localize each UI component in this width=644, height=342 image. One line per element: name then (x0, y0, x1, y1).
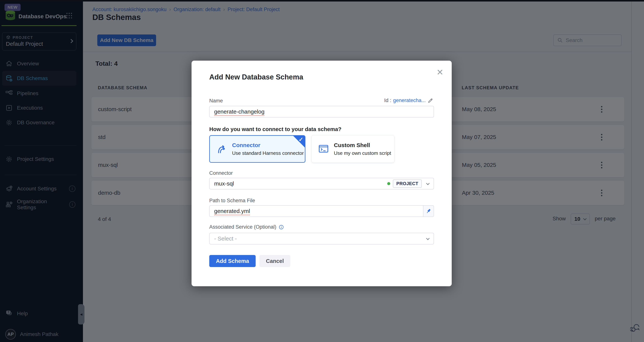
cancel-button[interactable]: Cancel (260, 255, 290, 267)
id-label: Id : (384, 97, 392, 103)
option-subtitle: Use my own custom script (334, 150, 391, 156)
modal-title: Add New Database Schema (209, 73, 303, 81)
modal-actions: Add Schema Cancel (209, 255, 290, 267)
service-label: Associated Service (Optional) (209, 224, 276, 230)
service-select[interactable]: - Select - (209, 233, 434, 245)
info-icon[interactable] (279, 225, 284, 230)
id-value-link[interactable]: generatecha... (393, 97, 426, 103)
check-icon: ✓ (298, 136, 303, 143)
service-placeholder: - Select - (214, 235, 237, 242)
entity-id: Id : generatecha... (384, 97, 433, 103)
support-chat-icon[interactable] (630, 323, 640, 333)
edit-id-icon[interactable] (428, 98, 433, 103)
service-label-row: Associated Service (Optional) (209, 224, 284, 230)
connector-value: mux-sql (214, 180, 234, 187)
scope-badge: PROJECT (393, 179, 422, 188)
option-connector[interactable]: Connector Use standard Harness connector… (209, 135, 306, 163)
add-schema-modal: ✕ Add New Database Schema Name Id : gene… (192, 61, 452, 286)
connector-select[interactable]: mux-sql PROJECT (209, 178, 434, 189)
close-icon[interactable]: ✕ (436, 67, 444, 77)
path-input[interactable]: generated.yml (209, 205, 434, 217)
chevron-down-icon (426, 237, 430, 240)
name-label: Name (209, 98, 223, 104)
name-input-value: generate-changelog (214, 108, 264, 115)
terminal-icon (318, 143, 329, 154)
option-title: Custom Shell (334, 142, 391, 148)
connect-question: How do you want to connect to your data … (209, 126, 342, 132)
add-schema-button[interactable]: Add Schema (209, 255, 256, 267)
connector-icon (216, 143, 227, 154)
path-input-value: generated.yml (214, 208, 250, 214)
path-label: Path to Schema File (209, 198, 255, 204)
name-input[interactable]: generate-changelog (209, 106, 434, 117)
status-dot (387, 182, 390, 185)
pin-button[interactable] (423, 206, 434, 217)
option-subtitle: Use standard Harness connector (232, 150, 304, 156)
chevron-down-icon (426, 182, 430, 185)
option-custom-shell[interactable]: Custom Shell Use my own custom script (312, 135, 394, 163)
connector-label: Connector (209, 170, 233, 176)
